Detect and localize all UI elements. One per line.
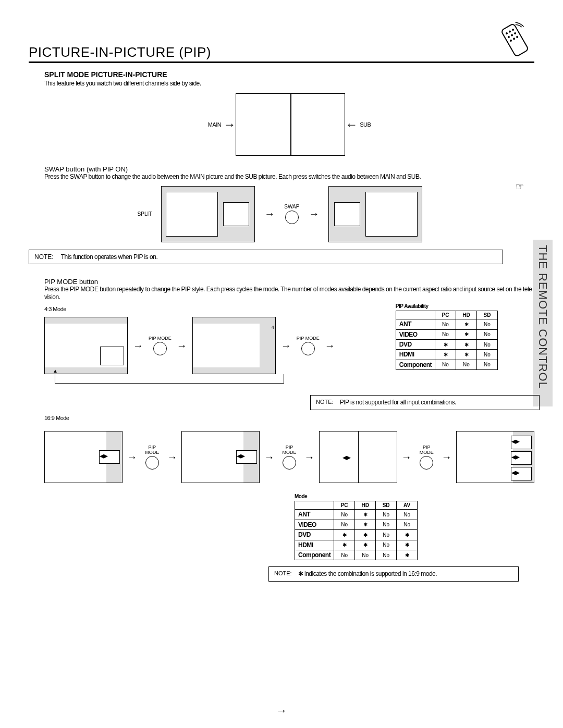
swap-button-label: SWAP	[284, 204, 299, 209]
tv-169-state4: ◂▸ ◂▸ ◂▸	[456, 431, 534, 483]
split-screen-diagram	[236, 93, 345, 156]
pip-mode-button-icon	[145, 456, 159, 470]
note-box-1: NOTE: This function operates when PIP is…	[29, 250, 503, 264]
loopback-arrow	[55, 374, 284, 384]
aspect-169-label: 16:9 Mode	[44, 415, 534, 422]
swap-desc: Press the SWAP button to change the audi…	[44, 173, 534, 180]
pip-169-flow: ◂▸ → PIP MODE → ◂▸ → PIP MODE → ◂▸ → PIP…	[44, 431, 534, 483]
arrow-icon: →	[325, 340, 335, 352]
split-label: SPLIT	[138, 211, 152, 217]
title-row: PICTURE-IN-PICTURE (PIP)	[29, 21, 534, 63]
arrow-left-icon: ←	[345, 117, 358, 132]
note-text: ✱ indicates the combination is supported…	[298, 570, 437, 577]
pip-availability-table-169: PCHDSDAV ANTNo✱NoNo VIDEONo✱NoNo DVD✱✱No…	[295, 501, 418, 560]
arrow-icon: →	[167, 451, 177, 463]
table2-title: Mode	[295, 493, 534, 500]
remote-control-icon	[497, 17, 537, 61]
pip-mode-btn-label: PIP MODE	[297, 336, 320, 341]
note-box-2: NOTE: PIP is not supported for all input…	[310, 395, 540, 410]
tv-169-state1: ◂▸	[44, 431, 123, 483]
swap-button-icon	[285, 211, 299, 224]
note-label: NOTE:	[274, 570, 292, 577]
tv-before-swap	[161, 186, 255, 242]
tv-43-state1	[44, 317, 128, 374]
arrow-icon: →	[127, 451, 137, 463]
arrow-icon: →	[281, 340, 291, 352]
arrow-icon: →	[442, 451, 452, 463]
pip-mode-desc: Press the PIP MODE button repeatedly to …	[44, 286, 534, 301]
table1-title: PIP Availability	[396, 303, 498, 310]
tv-after-swap	[328, 186, 422, 242]
arrow-icon: →	[304, 451, 315, 463]
arrow-icon: →	[133, 340, 143, 352]
page-title: PICTURE-IN-PICTURE (PIP)	[29, 44, 211, 60]
svg-rect-0	[501, 23, 529, 57]
pip-availability-table-43: PCHDSD ANTNo✱No VIDEONo✱No DVD✱✱No HDMI✱…	[396, 311, 498, 370]
tv-43-state2: 4	[192, 317, 276, 374]
pip-mode-button-icon	[301, 342, 315, 355]
pip-mode-button-icon	[153, 342, 167, 355]
hand-point-icon: ☞	[516, 181, 524, 192]
arrow-icon: →	[401, 451, 412, 463]
page-content: PICTURE-IN-PICTURE (PIP) SPLIT MODE PICT…	[0, 0, 563, 602]
arrow-icon: →	[177, 340, 187, 352]
note-text: PIP is not supported for all input combi…	[340, 399, 456, 406]
continue-arrow-icon: →	[276, 704, 287, 718]
tv-169-state2: ◂▸	[181, 431, 260, 483]
tv-169-state3: ◂▸	[319, 431, 397, 483]
arrow-icon: →	[309, 208, 319, 220]
arrow-icon: →	[264, 208, 275, 220]
swap-heading: SWAP button (with PIP ON)	[44, 165, 534, 173]
main-label: MAIN	[208, 121, 222, 128]
pip-mode-button-icon	[283, 456, 296, 470]
split-diagram: MAIN → ← SUB	[44, 93, 534, 156]
split-mode-heading: SPLIT MODE PICTURE-IN-PICTURE	[44, 70, 534, 79]
note-box-3: NOTE: ✱ indicates the combination is sup…	[268, 566, 519, 581]
swap-diagram-row: SPLIT → SWAP →	[44, 186, 516, 242]
pip-mode-button-icon	[420, 456, 433, 470]
arrow-icon: →	[264, 451, 274, 463]
note-label: NOTE:	[34, 253, 54, 261]
note-text: This function operates when PIP is on.	[61, 253, 158, 261]
pip-mode-heading: PIP MODE button	[44, 278, 534, 286]
arrow-right-icon: →	[223, 117, 236, 132]
pip-mode-btn-label: PIP MODE	[149, 336, 172, 341]
note-label: NOTE:	[316, 399, 334, 406]
sub-label: SUB	[360, 121, 371, 128]
split-mode-desc: This feature lets you watch two differen…	[44, 80, 534, 87]
